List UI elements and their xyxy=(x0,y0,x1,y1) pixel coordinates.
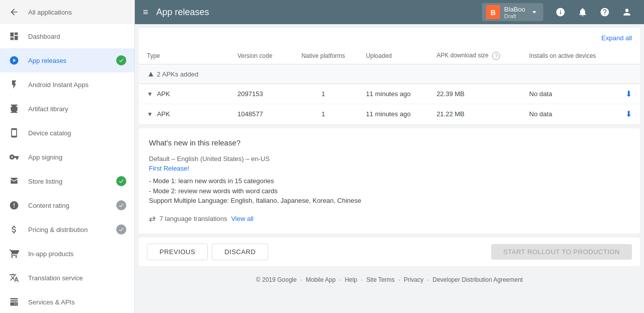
sidebar-item-translation-service[interactable]: Translation service xyxy=(0,266,134,290)
col-version-code: Version code xyxy=(229,48,289,64)
sidebar-back[interactable]: All applications xyxy=(0,0,134,24)
menu-icon[interactable]: ≡ xyxy=(143,7,148,18)
app-selector[interactable]: B BlaBoo Draft xyxy=(482,3,543,21)
footer-link-mobile-app[interactable]: Mobile App xyxy=(306,276,336,283)
table-row: ▼ APK 2097153 1 11 minutes ago 22.39 MB … xyxy=(139,84,640,104)
bottom-actions: PREVIOUS DISCARD START ROLLOUT TO PRODUC… xyxy=(139,238,640,266)
app-status: Draft xyxy=(504,13,525,19)
sidebar-item-dashboard[interactable]: Dashboard xyxy=(0,24,134,48)
notifications-icon-button[interactable] xyxy=(574,3,592,21)
download-icon[interactable]: ⬇ xyxy=(625,90,632,98)
apk-type: ▼ APK xyxy=(147,90,221,98)
download-icon[interactable]: ⬇ xyxy=(625,110,632,118)
sidebar-item-label: Content rating xyxy=(28,202,116,209)
release-locale: Default – English (United States) – en-U… xyxy=(149,155,630,163)
pricing-distribution-icon xyxy=(8,223,20,236)
sidebar-item-label: App releases xyxy=(28,57,116,64)
apk-download-size: 22.39 MB xyxy=(429,84,521,104)
apk-uploaded: 11 minutes ago xyxy=(358,104,428,124)
translate-icon: ⇄ xyxy=(149,214,155,223)
apk-installs: No data xyxy=(521,84,617,104)
apk-download-action[interactable]: ⬇ xyxy=(617,104,640,124)
apk-type-label: APK xyxy=(157,90,170,98)
header-icons xyxy=(551,3,636,21)
account-icon-button[interactable] xyxy=(618,3,636,21)
footer-link-site-terms[interactable]: Site Terms xyxy=(366,276,394,283)
app-name-container: BlaBoo Draft xyxy=(504,6,525,19)
apk-table-section: Expand all Type Version code Native plat… xyxy=(139,28,640,124)
apk-table: Type Version code Native platforms Uploa… xyxy=(139,48,640,124)
sidebar-item-app-releases[interactable]: App releases xyxy=(0,48,134,72)
dropdown-arrow-icon xyxy=(529,7,539,17)
check-badge-green xyxy=(116,55,126,65)
col-type: Type xyxy=(139,48,229,64)
help-icon-button[interactable] xyxy=(596,3,614,21)
footer: © 2019 Google · Mobile App · Help · Site… xyxy=(135,270,644,289)
apk-type: ▼ APK xyxy=(147,110,221,118)
sidebar-item-label: Pricing & distribution xyxy=(28,226,116,233)
sidebar-item-content-rating[interactable]: Content rating xyxy=(0,193,134,217)
app-name-text: BlaBoo xyxy=(504,6,525,13)
content-rating-icon xyxy=(8,199,20,211)
apk-download-size: 21.22 MB xyxy=(429,104,521,124)
apk-installs: No data xyxy=(521,104,617,124)
sidebar-item-artifact-library[interactable]: Artifact library xyxy=(0,97,134,121)
check-badge-green-store xyxy=(116,176,126,186)
footer-link-privacy[interactable]: Privacy xyxy=(404,276,423,283)
sidebar-item-label: Dashboard xyxy=(28,33,126,40)
expand-all-row: Expand all xyxy=(139,28,640,48)
sidebar-item-label: App signing xyxy=(28,153,126,161)
apk-group-toggle[interactable]: ▲ 2 APKs added xyxy=(147,69,632,79)
sidebar-item-label: In-app products xyxy=(28,250,126,258)
store-listing-icon xyxy=(8,175,20,187)
artifact-library-icon xyxy=(8,103,20,115)
expand-row-icon[interactable]: ▼ xyxy=(147,91,153,98)
sidebar-item-services-apis[interactable]: Services & APIs xyxy=(0,290,134,313)
device-catalog-icon xyxy=(8,127,20,139)
footer-link-help[interactable]: Help xyxy=(345,276,357,283)
sidebar-item-store-listing[interactable]: Store listing xyxy=(0,169,134,193)
android-instant-icon xyxy=(8,79,20,91)
apk-type-cell: ▼ APK xyxy=(139,104,229,124)
discard-button[interactable]: DISCARD xyxy=(212,244,268,260)
apk-group-label: ▲ 2 APKs added xyxy=(139,64,640,84)
col-uploaded: Uploaded xyxy=(358,48,428,64)
translations-row: ⇄ 7 language translations View all xyxy=(149,214,630,223)
whats-new-title: What's new in this release? xyxy=(149,138,630,147)
view-all-link[interactable]: View all xyxy=(231,215,254,222)
apk-download-action[interactable]: ⬇ xyxy=(617,84,640,104)
sidebar-item-label: Store listing xyxy=(28,178,116,185)
apk-version-code: 1048577 xyxy=(229,104,289,124)
previous-button[interactable]: PREVIOUS xyxy=(147,244,208,260)
release-notes: - Mode 1: learn new words in 15 categori… xyxy=(149,176,630,206)
sidebar-item-label: Artifact library xyxy=(28,105,126,113)
svg-text:B: B xyxy=(491,9,496,17)
start-rollout-button[interactable]: START ROLLOUT TO PRODUCTION xyxy=(491,244,632,260)
expand-all-button[interactable]: Expand all xyxy=(601,34,632,42)
col-actions xyxy=(617,48,640,64)
translation-service-icon xyxy=(8,272,20,284)
expand-row-icon[interactable]: ▼ xyxy=(147,111,153,118)
apk-uploaded: 11 minutes ago xyxy=(358,84,428,104)
content-header: ≡ App releases B BlaBoo Draft xyxy=(135,0,644,24)
app-releases-icon xyxy=(8,54,20,66)
col-installs: Installs on active devices xyxy=(521,48,617,64)
sidebar-item-android-instant[interactable]: Android Instant Apps xyxy=(0,72,134,97)
sidebar-item-device-catalog[interactable]: Device catalog xyxy=(0,121,134,145)
collapse-icon: ▲ xyxy=(147,69,155,79)
sidebar-item-in-app-products[interactable]: In-app products xyxy=(0,242,134,266)
check-badge-gray-pricing xyxy=(116,224,126,234)
info-icon-button[interactable] xyxy=(551,3,570,21)
apk-info-icon[interactable]: ? xyxy=(492,52,500,60)
dashboard-icon xyxy=(8,30,20,42)
apk-group-count: 2 APKs added xyxy=(157,70,198,78)
sidebar-item-app-signing[interactable]: App signing xyxy=(0,145,134,169)
table-row: ▼ APK 1048577 1 11 minutes ago 21.22 MB … xyxy=(139,104,640,124)
footer-link-developer-distribution[interactable]: Developer Distribution Agreement xyxy=(433,276,523,283)
sidebar-item-pricing-distribution[interactable]: Pricing & distribution xyxy=(0,217,134,242)
first-release-label: First Release! xyxy=(149,165,630,172)
sidebar-item-label: Android Instant Apps xyxy=(28,81,126,89)
services-apis-icon xyxy=(8,296,20,308)
apk-type-cell: ▼ APK xyxy=(139,84,229,104)
apk-group-header: ▲ 2 APKs added xyxy=(139,64,640,84)
